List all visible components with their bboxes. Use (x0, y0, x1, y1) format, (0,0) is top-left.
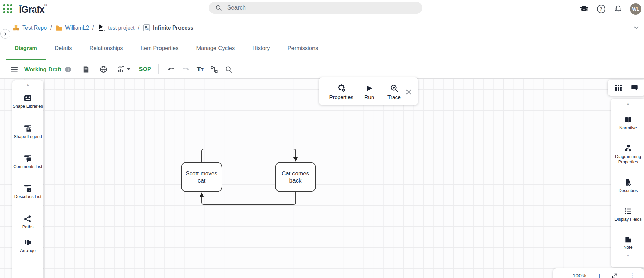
hamburger-icon (10, 65, 18, 73)
describes-list-button[interactable]: Describes List (13, 185, 43, 200)
tab-diagram[interactable]: Diagram (6, 37, 46, 60)
scroll-down-icon[interactable]: ▼ (626, 254, 630, 257)
help-icon: ? (597, 5, 605, 13)
diagram-canvas[interactable]: Scott moves cat Cat comes back (0, 79, 644, 278)
connector-tool-button[interactable] (210, 66, 218, 73)
graduation-cap-icon (579, 4, 589, 14)
academy-button[interactable] (579, 4, 589, 14)
collapse-header-button[interactable] (633, 25, 639, 31)
action-label: Run (364, 94, 374, 100)
item-tabs: Diagram Details Relationships Item Prope… (0, 37, 644, 60)
user-avatar[interactable]: WL (630, 3, 641, 15)
kebab-menu-icon[interactable]: ⋮ (629, 273, 635, 278)
diagram-shape[interactable]: Scott moves cat (181, 162, 222, 192)
tab-item-properties[interactable]: Item Properties (132, 37, 188, 60)
info-icon (65, 66, 71, 73)
narrative-button[interactable]: Narrative (612, 116, 644, 131)
zoom-in-button[interactable]: + (597, 272, 601, 278)
help-button[interactable]: ? (596, 4, 606, 14)
arrange-icon (24, 239, 32, 247)
menu-button[interactable] (10, 65, 18, 73)
flow-connectors (0, 79, 644, 278)
help-glyph: ? (600, 6, 602, 12)
expand-panel-button[interactable] (0, 29, 10, 39)
panel-divider (6, 18, 6, 30)
scroll-up-icon[interactable]: ▲ (626, 102, 630, 105)
action-label: Trace (387, 94, 401, 100)
paths-button[interactable]: Paths (13, 215, 43, 230)
app-launcher-icon[interactable] (3, 4, 13, 14)
diagram-toolbar: Working Draft SOP TT (0, 60, 644, 79)
comments-list-button[interactable]: Comments List (13, 154, 43, 170)
grid-view-button[interactable] (614, 84, 622, 91)
connector-icon (210, 66, 218, 73)
chart-icon (117, 65, 125, 73)
properties-button[interactable]: Properties (328, 84, 355, 100)
version-info-button[interactable] (65, 66, 71, 73)
breadcrumb-row: Test Repo / WilliamL2 / test project / I… (0, 18, 644, 37)
panel-item-label: Shape Libraries (13, 104, 43, 109)
breadcrumb-item-folder[interactable]: WilliamL2 (55, 24, 89, 32)
breadcrumb-item-repository[interactable]: Test Repo (12, 24, 47, 32)
redo-button[interactable] (182, 65, 190, 73)
close-icon (404, 88, 413, 96)
tab-label: Manage Cycles (196, 45, 235, 51)
diagramming-properties-button[interactable]: Diagramming Properties (612, 145, 644, 165)
zoom-widget: 100% + ⋮ (553, 268, 644, 278)
diagram-shape[interactable]: Cat comes back (275, 162, 316, 192)
note-button[interactable]: Note (612, 236, 644, 250)
shape-legend-button[interactable]: Shape Legend (13, 124, 43, 140)
breadcrumb-separator: / (50, 25, 52, 31)
comment-icon (631, 84, 638, 91)
tab-label: Diagram (15, 45, 37, 51)
breadcrumb-item-project[interactable]: test project (97, 24, 134, 32)
globe-icon (99, 65, 108, 73)
right-view-switcher (608, 80, 644, 96)
zoom-level[interactable]: 100% (573, 273, 586, 278)
notifications-button[interactable] (613, 4, 623, 14)
display-fields-icon (624, 207, 632, 215)
paths-icon (24, 215, 32, 223)
arrange-button[interactable]: Arrange (13, 239, 43, 254)
performance-chart-button[interactable] (117, 65, 130, 73)
sop-button[interactable]: SOP (139, 66, 151, 72)
undo-icon (167, 65, 175, 73)
scroll-up-icon[interactable]: ▲ (26, 83, 30, 87)
tab-permissions[interactable]: Permissions (279, 37, 327, 60)
tab-label: History (252, 45, 270, 51)
panel-item-label: Describes List (14, 194, 41, 200)
panel-item-label: Paths (22, 224, 34, 230)
document-view-button[interactable] (82, 66, 90, 73)
run-button[interactable]: Run (360, 84, 379, 100)
comments-view-button[interactable] (631, 84, 638, 91)
global-search[interactable] (209, 2, 422, 14)
trace-button[interactable]: Trace (384, 84, 404, 100)
logo-text: Grafx (21, 4, 44, 15)
zoom-tool-button[interactable] (225, 66, 233, 73)
tab-relationships[interactable]: Relationships (80, 37, 132, 60)
action-label: Properties (329, 94, 353, 100)
describes-list-icon (24, 185, 32, 193)
breadcrumb-separator: / (92, 25, 94, 31)
panel-item-label: Narrative (619, 125, 637, 131)
version-selector[interactable]: Working Draft (24, 66, 61, 73)
search-input[interactable] (227, 4, 404, 12)
shape-libraries-button[interactable]: Shape Libraries (13, 94, 43, 109)
tab-details[interactable]: Details (46, 37, 80, 60)
undo-button[interactable] (167, 65, 175, 73)
tab-label: Item Properties (141, 45, 179, 51)
process-icon (97, 24, 105, 32)
tab-manage-cycles[interactable]: Manage Cycles (187, 37, 244, 60)
shape-legend-icon (24, 124, 32, 133)
tab-history[interactable]: History (244, 37, 279, 60)
caret-down-icon (127, 68, 130, 70)
web-view-button[interactable] (99, 65, 108, 73)
panel-item-label: Arrange (20, 248, 36, 254)
fit-to-screen-button[interactable] (611, 273, 618, 278)
panel-item-label: Comments List (13, 164, 42, 170)
breadcrumb-label: WilliamL2 (65, 25, 89, 31)
display-fields-button[interactable]: Display Fields (612, 207, 644, 222)
describes-button[interactable]: Describes (612, 179, 644, 194)
text-format-button[interactable]: TT (197, 66, 204, 73)
close-toolbar-button[interactable] (404, 88, 413, 96)
